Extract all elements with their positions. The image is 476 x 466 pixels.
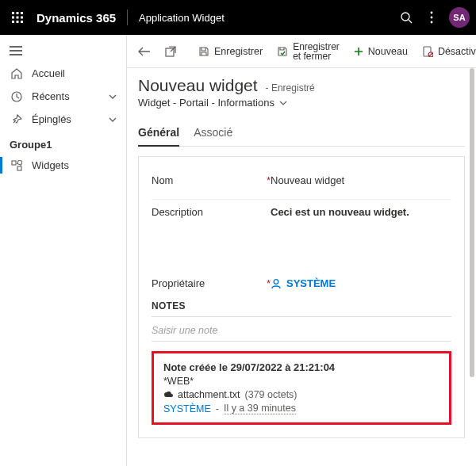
form-selector[interactable]: Widget - Portail - Informations (138, 97, 465, 109)
record-status: - Enregistré (266, 82, 315, 94)
svg-rect-3 (12, 17, 14, 19)
sidebar-item-pinned[interactable]: Épinglés (0, 108, 126, 131)
popout-icon (165, 46, 176, 57)
svg-point-9 (401, 13, 409, 21)
svg-rect-20 (17, 160, 22, 165)
main-area: Enregistrer Enregistrer et fermer Nouvea… (127, 35, 476, 466)
command-bar: Enregistrer Enregistrer et fermer Nouvea… (127, 35, 476, 68)
person-icon (271, 278, 282, 289)
owner-field[interactable]: SYSTÈME (271, 277, 451, 289)
site-map: Accueil Récents Épinglés Groupe1 Widgets (0, 35, 127, 466)
more-button[interactable] (419, 5, 444, 30)
note-attachment[interactable]: attachment.txt (379 octets) (163, 389, 440, 400)
note-title: Note créée le 29/07/2022 à 21:21:04 (163, 361, 440, 373)
deactivate-label: Désactiver (438, 46, 476, 57)
chevron-down-icon (109, 117, 117, 122)
note-separator: - (216, 403, 219, 414)
search-icon (400, 11, 413, 24)
form-tabs: Général Associé (138, 120, 465, 147)
svg-rect-18 (12, 161, 16, 165)
more-vertical-icon (430, 11, 433, 24)
note-item-highlight: Note créée le 29/07/2022 à 21:21:04 *WEB… (152, 351, 451, 425)
sidebar-item-label: Widgets (32, 159, 69, 171)
waffle-icon (11, 11, 24, 24)
tab-related[interactable]: Associé (194, 120, 232, 146)
save-button[interactable]: Enregistrer (192, 43, 269, 60)
note-tag: *WEB* (163, 376, 440, 387)
new-button[interactable]: Nouveau (347, 43, 414, 60)
svg-point-11 (431, 12, 433, 14)
note-age: Il y a 39 minutes (224, 403, 296, 414)
record-title: Nouveau widget (138, 76, 258, 95)
description-field[interactable]: Ceci est un nouveau widget. (271, 206, 451, 218)
attachment-size: (379 octets) (245, 389, 298, 400)
note-input[interactable]: Saisir une note (152, 323, 451, 342)
search-button[interactable] (393, 5, 419, 30)
sidebar-item-label: Accueil (32, 67, 65, 79)
notes-heading: NOTES (152, 300, 451, 311)
svg-rect-0 (12, 12, 14, 14)
svg-rect-1 (17, 12, 19, 14)
chevron-down-icon (109, 94, 117, 99)
cloud-icon (163, 390, 173, 399)
name-field[interactable]: Nouveau widget (271, 174, 451, 186)
save-icon (198, 46, 209, 57)
sidebar-toggle[interactable] (0, 40, 126, 62)
deactivate-button[interactable]: Désactiver (416, 43, 476, 60)
save-close-label-1: Enregistrer (293, 42, 340, 52)
deactivate-icon (422, 46, 433, 57)
sidebar-item-widgets[interactable]: Widgets (0, 154, 126, 177)
svg-rect-8 (21, 21, 23, 23)
svg-rect-4 (17, 17, 19, 19)
back-button[interactable] (132, 44, 157, 59)
save-and-close-button[interactable]: Enregistrer et fermer (271, 39, 346, 64)
sidebar-item-label: Récents (32, 90, 70, 102)
scrollbar[interactable] (470, 68, 474, 377)
description-value: Ceci est un nouveau widget. (271, 206, 409, 218)
app-launcher-button[interactable] (6, 6, 29, 29)
brand-label: Dynamics 365 (36, 11, 116, 25)
sidebar-item-home[interactable]: Accueil (0, 62, 126, 85)
new-label: Nouveau (368, 46, 408, 57)
svg-rect-5 (21, 17, 23, 19)
sidebar-item-label: Épinglés (32, 113, 71, 125)
svg-point-13 (431, 21, 433, 24)
hamburger-icon (10, 46, 22, 55)
form-content: Nouveau widget - Enregistré Widget - Por… (127, 68, 476, 466)
svg-point-12 (431, 17, 433, 19)
general-section: Nom * Nouveau widget Description Ceci es… (138, 156, 465, 438)
svg-rect-2 (21, 12, 23, 14)
svg-rect-6 (12, 21, 14, 23)
sidebar-item-recent[interactable]: Récents (0, 85, 126, 108)
home-icon (10, 68, 24, 79)
pin-icon (10, 114, 24, 125)
name-field-label: Nom (152, 174, 173, 186)
divider (152, 316, 451, 317)
divider (127, 10, 128, 25)
plus-icon (354, 47, 363, 56)
owner-field-label: Propriétaire (152, 277, 205, 289)
attachment-name: attachment.txt (178, 389, 240, 400)
app-name-label: Application Widget (139, 12, 225, 24)
form-selector-label: Widget - Portail - Informations (138, 97, 274, 109)
sidebar-group-label: Groupe1 (0, 131, 126, 154)
widgets-icon (10, 160, 24, 171)
chevron-down-icon (279, 101, 287, 105)
save-close-label-2: et fermer (293, 52, 340, 61)
user-avatar[interactable]: SA (449, 7, 470, 28)
global-nav-bar: Dynamics 365 Application Widget SA (0, 0, 476, 35)
save-label: Enregistrer (214, 46, 263, 57)
back-icon (138, 47, 151, 56)
save-close-icon (277, 46, 288, 57)
owner-value: SYSTÈME (286, 277, 336, 289)
tab-general[interactable]: Général (138, 120, 179, 147)
svg-rect-19 (17, 166, 21, 170)
clock-icon (10, 91, 24, 102)
svg-point-28 (274, 279, 278, 284)
svg-rect-7 (17, 21, 19, 23)
description-field-label: Description (152, 206, 203, 218)
svg-line-10 (409, 20, 412, 23)
note-author[interactable]: SYSTÈME (163, 403, 211, 414)
open-new-window-button[interactable] (159, 43, 182, 60)
